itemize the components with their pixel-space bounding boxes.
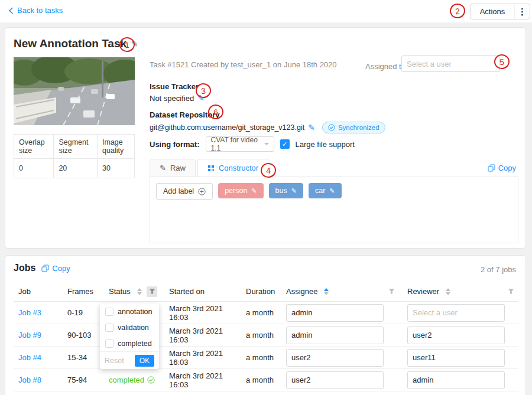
sync-status-label: Synchronized	[338, 124, 379, 131]
label-editor-tabs: ✎ Raw Constructor	[150, 159, 268, 177]
column-assignee-label: Assignee	[286, 287, 317, 296]
column-assignee: Assignee	[281, 286, 398, 297]
jobs-title: Jobs	[14, 263, 35, 273]
job-link[interactable]: Job #3	[18, 308, 41, 317]
tab-raw-label: Raw	[170, 164, 186, 172]
label-chip-bus[interactable]: bus ✎	[269, 183, 303, 198]
job-duration: a month	[241, 331, 281, 339]
label-chip-person-name: person	[225, 187, 247, 195]
job-started-on: March 3rd 2021 16:03	[164, 349, 241, 367]
param-value-segment: 20	[54, 159, 98, 178]
task-preview-image	[14, 57, 135, 125]
task-assignee-select[interactable]	[401, 56, 500, 72]
job-reviewer-input[interactable]	[407, 327, 505, 344]
param-header-quality: Image quality	[98, 135, 135, 159]
edit-label-icon[interactable]: ✎	[291, 187, 297, 195]
status-filter-icon[interactable]	[147, 286, 157, 297]
sync-status-badge: Synchronized	[322, 122, 385, 133]
job-assignee-input[interactable]	[286, 349, 384, 367]
filter-option-validation-label: validation	[118, 324, 149, 332]
job-reviewer-input[interactable]	[407, 304, 505, 322]
job-assignee-input[interactable]	[286, 304, 384, 322]
task-params-table: Overlap size Segment size Image quality …	[14, 134, 135, 178]
format-select[interactable]: CVAT for video 1.1	[206, 136, 274, 152]
label-constructor-panel: Add label person ✎ bus ✎ car ✎	[150, 177, 518, 243]
actions-button[interactable]: Actions ⋮	[470, 4, 530, 19]
chevron-left-icon	[8, 7, 14, 14]
copy-labels-link[interactable]: Copy	[488, 164, 516, 172]
column-reviewer-label: Reviewer	[407, 287, 439, 296]
pencil-icon: ✎	[160, 164, 166, 172]
dataset-repository-url[interactable]: git@github.com:username/git_storage_v123…	[150, 123, 304, 132]
status-sort-icon[interactable]	[137, 288, 142, 295]
filter-option-annotation-label: annotation	[118, 308, 152, 316]
label-chip-bus-name: bus	[275, 187, 287, 195]
assignee-sort-icon[interactable]	[324, 288, 329, 295]
filter-option-completed[interactable]: completed	[100, 335, 159, 351]
param-header-segment: Segment size	[54, 135, 98, 159]
assignee-filter-icon[interactable]	[386, 286, 397, 297]
job-assignee-input[interactable]	[286, 371, 384, 389]
job-link[interactable]: Job #4	[18, 353, 41, 362]
job-status: completed	[109, 376, 144, 384]
issue-tracker-value: Not specified	[150, 94, 194, 103]
job-frames: 90-103	[63, 331, 104, 339]
format-row: Using format: CVAT for video 1.1 ✓ Large…	[150, 136, 355, 152]
more-options-icon[interactable]: ⋮	[514, 4, 530, 19]
status-filter-dropdown: annotation validation completed Reset OK	[100, 303, 159, 369]
edit-label-icon[interactable]: ✎	[251, 187, 257, 195]
chevron-down-icon	[264, 143, 269, 145]
checkbox-unchecked[interactable]	[105, 339, 113, 348]
job-row: Job #4 15-34 March 3rd 2021 16:03 a mont…	[14, 347, 518, 369]
column-status: Status	[104, 286, 164, 297]
large-file-support-checkbox[interactable]: ✓	[280, 139, 290, 149]
job-reviewer-input[interactable]	[407, 349, 505, 367]
tab-raw[interactable]: ✎ Raw	[150, 159, 196, 177]
filter-option-validation[interactable]: validation	[100, 319, 159, 335]
job-row: Job #9 90-103 March 3rd 2021 16:03 a mon…	[14, 324, 518, 347]
param-value-quality: 30	[98, 159, 135, 178]
job-frames: 15-34	[63, 353, 104, 362]
job-link[interactable]: Job #8	[18, 376, 41, 384]
back-to-tasks-link[interactable]: Back to tasks	[8, 6, 63, 15]
sync-check-icon	[328, 124, 335, 131]
actions-button-label: Actions	[471, 7, 514, 16]
job-link[interactable]: Job #9	[18, 331, 41, 339]
label-chip-car[interactable]: car ✎	[309, 183, 342, 198]
filter-option-annotation[interactable]: annotation	[100, 303, 159, 319]
reviewer-sort-icon[interactable]	[446, 288, 450, 295]
copy-labels-label: Copy	[498, 164, 516, 172]
edit-label-icon[interactable]: ✎	[329, 187, 335, 195]
job-duration: a month	[241, 308, 281, 317]
filter-option-completed-label: completed	[118, 339, 152, 348]
large-file-support-label: Large file support	[296, 140, 355, 149]
using-format-label: Using format:	[150, 140, 200, 149]
copy-jobs-link[interactable]: Copy	[41, 264, 70, 273]
job-duration: a month	[241, 376, 281, 384]
reviewer-filter-icon[interactable]	[505, 286, 516, 297]
filter-reset-button[interactable]: Reset	[105, 357, 124, 365]
job-frames: 0-19	[63, 308, 104, 317]
tab-constructor-label: Constructor	[219, 164, 258, 172]
filter-dropdown-footer: Reset OK	[100, 351, 159, 369]
filter-ok-button[interactable]: OK	[135, 355, 154, 367]
jobs-table-header: Job Frames Status Started on Duration As…	[14, 282, 518, 302]
jobs-count: 2 of 7 jobs	[481, 265, 516, 274]
tab-constructor[interactable]: Constructor	[197, 159, 268, 177]
checkbox-unchecked[interactable]	[105, 308, 113, 316]
edit-repository-icon[interactable]: ✎	[308, 123, 315, 132]
task-title: New Annotation Task	[14, 37, 126, 50]
format-select-value: CVAT for video 1.1	[211, 136, 264, 152]
job-started-on: March 3rd 2021 16:03	[164, 304, 241, 322]
checkbox-unchecked[interactable]	[105, 324, 113, 332]
add-label-button[interactable]: Add label	[156, 183, 213, 200]
column-reviewer: Reviewer	[398, 286, 518, 297]
job-reviewer-input[interactable]	[407, 371, 505, 389]
job-row: Job #8 75-94 completed March 3rd 2021 16…	[14, 369, 518, 391]
label-chip-person[interactable]: person ✎	[218, 183, 263, 198]
job-duration: a month	[241, 353, 281, 362]
param-header-overlap: Overlap size	[14, 135, 54, 159]
job-started-on: March 3rd 2021 16:03	[164, 327, 241, 344]
column-duration: Duration	[241, 287, 281, 296]
job-assignee-input[interactable]	[286, 327, 384, 344]
